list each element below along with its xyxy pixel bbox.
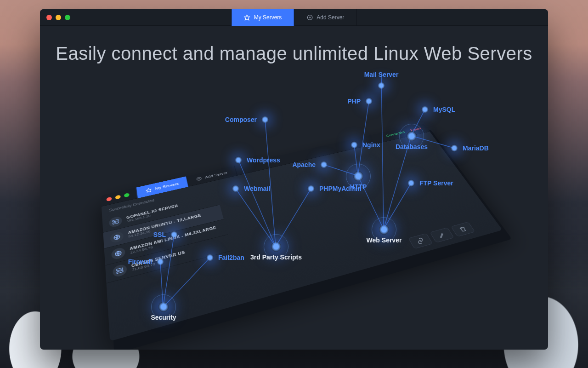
- node-label: Nginx: [362, 141, 380, 149]
- node-security[interactable]: Security: [158, 302, 169, 312]
- node-label: 3rd Party Scripts: [250, 253, 302, 261]
- tab-label: My Servers: [254, 14, 282, 21]
- node-php[interactable]: PHP: [365, 98, 373, 105]
- node-label: Firewall: [128, 258, 152, 265]
- node-label: MariaDB: [463, 144, 489, 152]
- globe-icon: [110, 231, 124, 244]
- node-web-server[interactable]: Web Server: [379, 224, 389, 235]
- link-icon: [415, 237, 425, 245]
- node-databases[interactable]: Databases: [407, 131, 417, 141]
- globe-icon: [111, 247, 125, 260]
- tab-label: My Servers: [155, 182, 179, 190]
- node-label: PHP: [347, 98, 361, 105]
- node-phpmyadmin[interactable]: PHPMyAdmin: [307, 185, 315, 192]
- node-nginx[interactable]: Nginx: [351, 141, 358, 149]
- connect-button[interactable]: [408, 233, 433, 249]
- close-icon[interactable]: [46, 15, 52, 20]
- zoom-icon[interactable]: [124, 193, 130, 197]
- node-label: Wordpress: [247, 156, 280, 164]
- panel-toolbar: [408, 222, 475, 249]
- minimize-icon[interactable]: [115, 195, 121, 200]
- tab-my-servers[interactable]: My Servers: [232, 9, 294, 26]
- server-icon: [109, 216, 123, 228]
- star-icon: [145, 187, 152, 193]
- node-label: SSL: [153, 231, 166, 238]
- node-ssl[interactable]: SSL: [170, 231, 178, 238]
- node-label: Apache: [292, 161, 316, 168]
- plus-circle-icon: [306, 14, 313, 21]
- node-composer[interactable]: Composer: [261, 116, 269, 123]
- svg-line-7: [198, 178, 200, 179]
- tab-label: Add Server: [317, 14, 344, 21]
- panel3d-titlebar: My Servers Add Server Connected Failed: [101, 123, 430, 207]
- node-apache[interactable]: Apache: [320, 161, 328, 168]
- svg-marker-0: [244, 15, 250, 20]
- delete-button[interactable]: [451, 222, 475, 237]
- node-mysql[interactable]: MySQL: [421, 106, 429, 113]
- plus-circle-icon: [196, 176, 203, 182]
- node-label: Webmail: [244, 185, 270, 192]
- tab-bar: My Servers Add Server: [232, 9, 357, 26]
- title-bar: My Servers Add Server: [40, 9, 548, 26]
- node-wordpress[interactable]: Wordpress: [235, 156, 242, 164]
- panel3d-stage: My Servers Add Server Connected Failed S…: [113, 115, 499, 322]
- close-icon[interactable]: [106, 196, 112, 201]
- trash-icon: [458, 225, 468, 233]
- node-mail-server[interactable]: Mail Server: [378, 82, 385, 89]
- server-list: GOPANEL.IO SERVER 192.168.1.10 AMAZON UB…: [102, 191, 232, 283]
- tab-add-server[interactable]: Add Server: [294, 9, 356, 26]
- node-label: Databases: [396, 143, 428, 150]
- node-label: Composer: [225, 116, 257, 123]
- svg-marker-4: [146, 188, 152, 192]
- app-window: My Servers Add Server Easily connect and…: [40, 9, 548, 350]
- node-fail2ban[interactable]: Fail2ban: [206, 254, 214, 261]
- node-label: Web Server: [367, 236, 402, 244]
- node-label: HTTP: [350, 183, 367, 190]
- pencil-icon: [437, 231, 447, 239]
- tab-add-server[interactable]: Add Server: [186, 166, 237, 187]
- minimize-icon[interactable]: [56, 15, 61, 20]
- tab-my-servers[interactable]: My Servers: [136, 176, 189, 198]
- node-label: Mail Server: [364, 71, 399, 78]
- node-label: Security: [151, 314, 176, 321]
- node-mariadb[interactable]: MariaDB: [451, 144, 458, 152]
- node-label: MySQL: [433, 106, 455, 113]
- node-webmail[interactable]: Webmail: [232, 185, 239, 192]
- zoom-icon[interactable]: [65, 15, 70, 20]
- star-icon: [244, 14, 250, 21]
- node-firewall[interactable]: Firewall: [157, 258, 164, 265]
- marketing-headline: Easily connect and manage unlimited Linu…: [40, 43, 548, 64]
- traffic-lights: [40, 15, 70, 20]
- tab-label: Add Server: [204, 171, 228, 179]
- edit-button[interactable]: [430, 227, 454, 243]
- node-ftp[interactable]: FTP Server: [407, 179, 415, 187]
- node-label: FTP Server: [419, 179, 453, 187]
- node-label: Fail2ban: [218, 254, 244, 261]
- node-http[interactable]: HTTP: [353, 171, 363, 181]
- node-third-party[interactable]: 3rd Party Scripts: [271, 242, 281, 252]
- server-icon: [113, 264, 127, 278]
